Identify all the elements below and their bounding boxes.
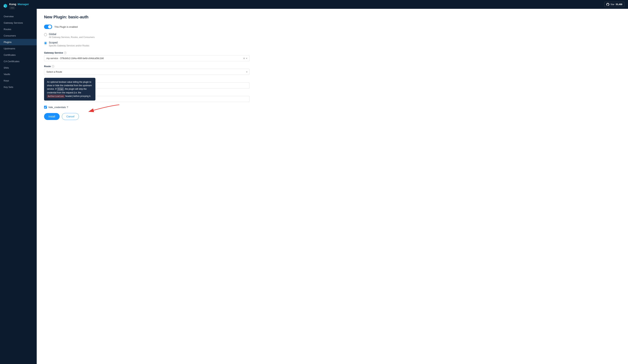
sidebar-header: K Kong Manager OSS xyxy=(0,0,37,12)
main-content: Star 35,488 New Plugin: basic-auth This … xyxy=(37,0,628,364)
route-field: Route ? Select a Route ▾ xyxy=(44,65,250,75)
route-label: Route ? xyxy=(44,65,250,68)
hide-credentials-tooltip: An optional boolean value telling the pl… xyxy=(44,78,95,101)
page-title: New Plugin: basic-auth xyxy=(44,15,250,19)
gateway-service-field: Gateway Service ? my-service - 378cb0c2-… xyxy=(44,51,250,61)
global-label: Global xyxy=(49,33,94,36)
global-radio-item: Global All Gateway Services, Routes, and… xyxy=(44,33,250,39)
oss-badge: OSS xyxy=(9,7,15,9)
gateway-service-clear-icon[interactable]: ⊗ xyxy=(243,57,245,60)
hide-credentials-checkbox[interactable] xyxy=(44,106,47,109)
global-desc: All Gateway Services, Routes, and Consum… xyxy=(49,36,94,39)
scoped-radio-item: Scoped Specific Gateway Services and/or … xyxy=(44,41,250,47)
kong-logo-icon: K xyxy=(3,3,8,8)
hide-credentials-label: hide_credentials ? xyxy=(48,106,68,109)
svg-text:K: K xyxy=(4,5,5,7)
gateway-service-label: Gateway Service ? xyxy=(44,51,250,54)
tooltip-code-auth: Authorization xyxy=(47,95,65,98)
github-icon xyxy=(606,3,609,6)
gateway-service-chevron-icon: ▾ xyxy=(246,57,247,60)
kong-name: Kong xyxy=(9,2,16,6)
star-count: 35,488 xyxy=(616,3,622,6)
sidebar-item-routes[interactable]: Routes xyxy=(0,26,37,32)
sidebar-app-title: Kong Manager OSS xyxy=(9,2,34,9)
red-arrow-indicator xyxy=(88,104,121,114)
sidebar-item-snis[interactable]: SNIs xyxy=(0,65,37,71)
sidebar-item-keys[interactable]: Keys xyxy=(0,77,37,84)
sidebar-item-gateway-services[interactable]: Gateway Services xyxy=(0,20,37,26)
sidebar-item-upstreams[interactable]: Upstreams xyxy=(0,45,37,52)
route-info-icon[interactable]: ? xyxy=(52,65,54,68)
sidebar-item-plugins[interactable]: Plugins xyxy=(0,39,37,45)
sidebar: K Kong Manager OSS Overview Gateway Serv… xyxy=(0,0,37,364)
sidebar-item-vaults[interactable]: Vaults xyxy=(0,71,37,77)
install-button[interactable]: Install xyxy=(44,113,60,120)
page-content: New Plugin: basic-auth This Plugin is en… xyxy=(37,9,257,126)
sidebar-nav: Overview Gateway Services Routes Consume… xyxy=(0,12,37,364)
tooltip-code-true: true xyxy=(57,87,64,91)
sidebar-item-key-sets[interactable]: Key Sets xyxy=(0,84,37,90)
manager-name: Manager xyxy=(18,2,29,6)
star-label: Star xyxy=(610,3,615,6)
hide-credentials-row: An optional boolean value telling the pl… xyxy=(44,106,250,109)
gateway-service-value: my-service - 378cb0c2-2d4a-466f-befd-c64… xyxy=(46,57,243,60)
cancel-button[interactable]: Cancel xyxy=(62,113,79,120)
scoped-radio[interactable] xyxy=(44,42,47,45)
star-button[interactable]: Star 35,488 xyxy=(604,2,624,7)
scoped-label: Scoped xyxy=(49,41,89,44)
scope-radio-group: Global All Gateway Services, Routes, and… xyxy=(44,33,250,47)
route-select-wrapper: Select a Route ▾ xyxy=(44,69,250,75)
plugin-enabled-toggle[interactable] xyxy=(44,25,52,29)
sidebar-item-certificates[interactable]: Certificates xyxy=(0,52,37,58)
sidebar-item-ca-certificates[interactable]: CA Certificates xyxy=(0,58,37,65)
plugin-enabled-toggle-row: This Plugin is enabled xyxy=(44,25,250,29)
form-actions: Install Cancel xyxy=(44,113,250,120)
global-radio[interactable] xyxy=(44,33,47,36)
scoped-desc: Specific Gateway Services and/or Routes xyxy=(49,44,89,47)
hide-credentials-info-icon[interactable]: ? xyxy=(67,106,68,109)
tooltip-text-3: header) before proxying it. xyxy=(65,95,91,97)
sidebar-item-consumers[interactable]: Consumers xyxy=(0,32,37,39)
route-select[interactable]: Select a Route xyxy=(44,69,250,75)
sidebar-item-overview[interactable]: Overview xyxy=(0,13,37,20)
plugin-enabled-label: This Plugin is enabled xyxy=(54,25,78,28)
gateway-service-info-icon[interactable]: ? xyxy=(64,52,67,54)
gateway-service-select[interactable]: my-service - 378cb0c2-2d4a-466f-befd-c64… xyxy=(44,55,250,61)
